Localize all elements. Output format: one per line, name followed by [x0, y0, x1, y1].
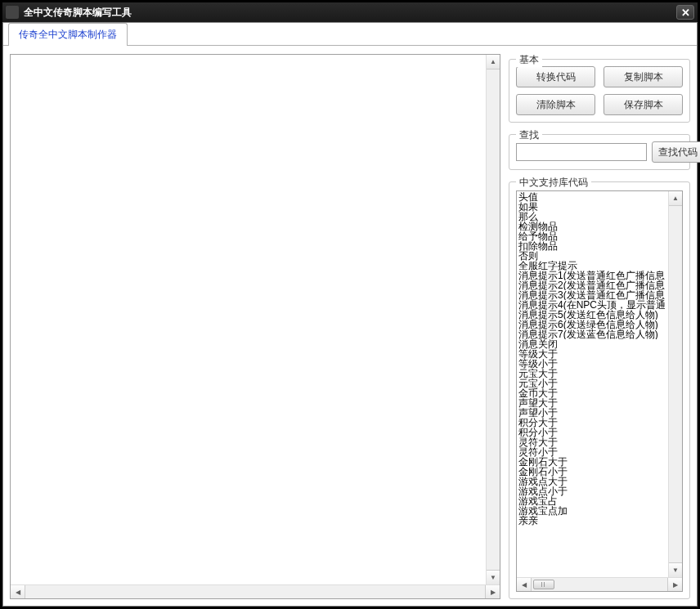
app-icon	[6, 6, 19, 19]
lib-item[interactable]: 消息关闭	[518, 339, 668, 349]
lib-item[interactable]: 积分大于	[518, 418, 668, 428]
clear-button[interactable]: 清除脚本	[516, 94, 595, 115]
side-panel: 基本 转换代码 复制脚本 清除脚本 保存脚本 查找 查找代码	[509, 54, 690, 599]
lib-item[interactable]: 消息提示1(发送普通红色广播信息	[518, 271, 668, 280]
lib-item[interactable]: 灵符小于	[518, 447, 668, 457]
search-button[interactable]: 查找代码	[652, 141, 700, 163]
lib-item[interactable]: 元宝大于	[518, 369, 668, 378]
lib-vertical-scrollbar[interactable]	[668, 191, 682, 577]
lib-horizontal-thumb[interactable]	[533, 580, 554, 589]
group-lib-label: 中文支持库代码	[516, 176, 591, 190]
lib-item[interactable]: 声望大于	[518, 398, 668, 408]
lib-item[interactable]: 等级小于	[518, 359, 668, 369]
lib-item[interactable]: 给予物品	[518, 231, 668, 241]
lib-item[interactable]: 金刚石大于	[518, 457, 668, 467]
script-editor[interactable]	[11, 55, 486, 584]
group-search: 查找 查找代码	[509, 134, 690, 170]
lib-item[interactable]: 游戏宝占	[518, 496, 668, 506]
editor-vertical-scrollbar[interactable]	[486, 55, 500, 584]
tab-strip: 传奇全中文脚本制作器	[3, 23, 697, 46]
lib-item[interactable]: 声望小于	[518, 408, 668, 418]
lib-item[interactable]: 消息提示4(在NPC头顶，显示普通	[518, 300, 668, 310]
lib-item[interactable]: 消息提示5(发送红色信息给人物)	[518, 310, 668, 320]
lib-item[interactable]: 消息提示6(发送绿色信息给人物)	[518, 320, 668, 329]
lib-item[interactable]: 亲亲	[518, 516, 668, 526]
convert-button[interactable]: 转换代码	[516, 66, 595, 87]
group-basic-label: 基本	[516, 53, 542, 67]
group-lib: 中文支持库代码 头值如果那么检测物品给予物品扣除物品否则全服红字提示消息提示1(…	[509, 181, 690, 599]
window-frame: 全中文传奇脚本编写工具 ✕ 传奇全中文脚本制作器 基本 转	[0, 0, 700, 609]
lib-item[interactable]: 积分小于	[518, 428, 668, 437]
lib-item[interactable]: 那么	[518, 212, 668, 222]
copy-button[interactable]: 复制脚本	[604, 66, 683, 87]
lib-item[interactable]: 金刚石小于	[518, 467, 668, 477]
lib-item[interactable]: 金币大于	[518, 388, 668, 398]
group-basic: 基本 转换代码 复制脚本 清除脚本 保存脚本	[509, 59, 690, 123]
lib-item[interactable]: 全服红字提示	[518, 261, 668, 271]
lib-item[interactable]: 元宝小于	[518, 378, 668, 388]
lib-item[interactable]: 头值	[518, 192, 668, 202]
save-button[interactable]: 保存脚本	[604, 94, 683, 115]
lib-item[interactable]: 灵符大于	[518, 437, 668, 447]
editor-horizontal-scrollbar[interactable]	[11, 584, 500, 598]
lib-item[interactable]: 游戏点小于	[518, 486, 668, 496]
tab-script-maker[interactable]: 传奇全中文脚本制作器	[8, 23, 128, 46]
close-icon[interactable]: ✕	[676, 5, 694, 20]
lib-item[interactable]: 消息提示7(发送蓝色信息给人物)	[518, 329, 668, 339]
content-area: 基本 转换代码 复制脚本 清除脚本 保存脚本 查找 查找代码	[3, 46, 697, 606]
editor-pane	[10, 54, 500, 599]
window-title: 全中文传奇脚本编写工具	[24, 6, 676, 20]
lib-item[interactable]: 消息提示3(发送普通红色广播信息	[518, 290, 668, 300]
lib-item[interactable]: 如果	[518, 202, 668, 212]
search-input[interactable]	[516, 143, 647, 161]
lib-item[interactable]: 游戏点大于	[518, 477, 668, 486]
lib-item[interactable]: 检测物品	[518, 222, 668, 231]
lib-item[interactable]: 等级大于	[518, 349, 668, 359]
group-search-label: 查找	[516, 128, 542, 142]
lib-item[interactable]: 否则	[518, 251, 668, 261]
lib-listbox[interactable]: 头值如果那么检测物品给予物品扣除物品否则全服红字提示消息提示1(发送普通红色广播…	[517, 191, 668, 577]
titlebar[interactable]: 全中文传奇脚本编写工具 ✕	[2, 2, 698, 22]
lib-horizontal-scrollbar[interactable]	[517, 577, 682, 591]
lib-item[interactable]: 扣除物品	[518, 241, 668, 251]
lib-item[interactable]: 游戏宝点加	[518, 506, 668, 516]
lib-item[interactable]: 消息提示2(发送普通红色广播信息	[518, 280, 668, 290]
window-body: 传奇全中文脚本制作器 基本 转换代码 复制脚本	[2, 22, 698, 607]
